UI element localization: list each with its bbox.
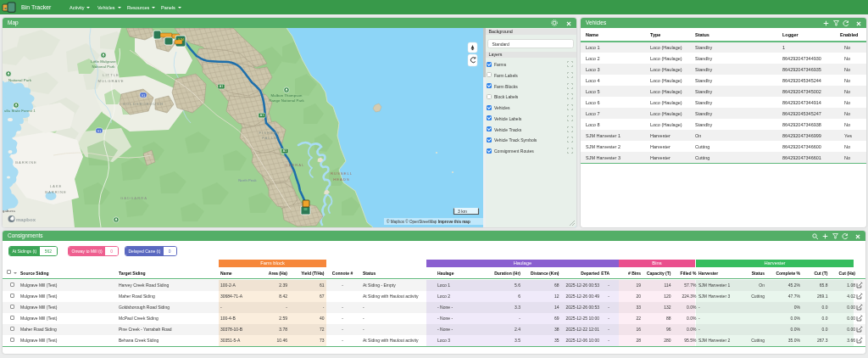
svg-text:3 km: 3 km <box>458 209 467 214</box>
svg-text:gaburra: gaburra <box>3 209 15 213</box>
svg-text:BARRINE: BARRINE <box>45 190 67 194</box>
svg-text:A1: A1 <box>283 149 287 153</box>
svg-text:North Peak: North Peak <box>238 178 257 182</box>
svg-text:Range National Park: Range National Park <box>269 98 304 103</box>
svg-text:FALLS: FALLS <box>262 136 277 140</box>
svg-text:91: 91 <box>142 93 146 98</box>
svg-text:HEADS: HEADS <box>333 177 349 182</box>
svg-text:RUSSELL: RUSSELL <box>331 171 353 176</box>
svg-text:SJM: SJM <box>178 38 184 42</box>
svg-text:mapbox: mapbox <box>16 217 36 222</box>
svg-text:GADGARRA: GADGARRA <box>120 196 147 200</box>
svg-text:FISHERY: FISHERY <box>259 131 280 135</box>
svg-text:National Park: National Park <box>92 64 115 69</box>
svg-text:MULGRAVE: MULGRAVE <box>97 79 124 83</box>
svg-text:A1: A1 <box>260 114 264 117</box>
svg-text:National Park: National Park <box>8 78 32 82</box>
svg-text:GOLDSBOROUGH: GOLDSBOROUGH <box>123 102 164 106</box>
svg-text:ulla State Forest 1: ulla State Forest 1 <box>4 109 36 113</box>
svg-text:Malbon Thompson: Malbon Thompson <box>270 93 303 98</box>
svg-text:LAKE: LAKE <box>50 184 63 188</box>
svg-text:DEERAL: DEERAL <box>286 163 305 167</box>
svg-text:A1: A1 <box>220 85 223 88</box>
svg-text:91: 91 <box>97 129 102 133</box>
svg-text:© Mapbox © OpenStreetMap Impro: © Mapbox © OpenStreetMap Improve this ma… <box>387 219 470 224</box>
svg-text:BARRINE: BARRINE <box>15 160 37 165</box>
svg-text:LITTLE: LITTLE <box>103 73 120 77</box>
svg-text:Little Mulgrave: Little Mulgrave <box>91 59 116 64</box>
